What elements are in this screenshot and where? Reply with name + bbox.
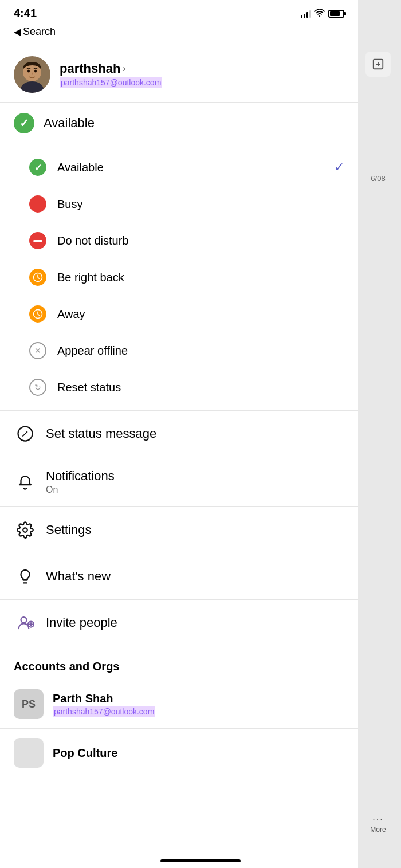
reset-refresh-icon: ↻: [34, 383, 41, 392]
brb-icon-wrap: [27, 267, 48, 288]
status-option-reset[interactable]: ↻ Reset status: [0, 369, 358, 406]
svg-point-5: [27, 70, 30, 73]
status-options-list: ✓ Available ✓ Busy Do not disturb: [0, 144, 358, 411]
settings-label: Settings: [46, 523, 344, 537]
svg-point-1: [319, 15, 320, 17]
signal-bar-4: [309, 10, 311, 18]
available-icon-wrap: ✓: [27, 157, 48, 178]
org-avatar: [14, 738, 44, 768]
selected-check-icon: ✓: [334, 160, 344, 175]
status-bar: 4:41: [0, 0, 358, 22]
whats-new-item[interactable]: What's new: [0, 553, 358, 600]
notifications-item[interactable]: Notifications On: [0, 457, 358, 507]
pencil-circle-icon: [17, 425, 34, 442]
svg-point-10: [23, 528, 27, 532]
bell-icon: [17, 473, 34, 490]
org-item[interactable]: Pop Culture: [0, 729, 358, 777]
account-email: parthshah157@outlook.com: [53, 706, 155, 717]
back-arrow-icon: ◀: [14, 26, 21, 37]
person-add-icon: [17, 614, 34, 631]
more-section: ··· More: [370, 814, 386, 834]
wifi-icon: [314, 9, 325, 18]
profile-info: parthshah › parthshah157@outlook.com: [60, 61, 344, 88]
notifications-sublabel: On: [46, 485, 344, 495]
current-status-row[interactable]: ✓ Available: [0, 103, 358, 144]
away-dot: [29, 305, 46, 323]
status-icons: [301, 9, 344, 18]
reset-icon-wrap: ↻: [27, 377, 48, 398]
settings-text: Settings: [46, 523, 344, 537]
profile-chevron-icon: ›: [123, 64, 125, 74]
available-dot: ✓: [29, 159, 46, 176]
available-label: Available: [57, 161, 334, 174]
back-navigation[interactable]: ◀ Search: [0, 22, 358, 45]
signal-bar-1: [301, 15, 302, 18]
reset-label: Reset status: [57, 381, 344, 394]
set-status-message-item[interactable]: Set status message: [0, 411, 358, 457]
avatar-image: [14, 56, 50, 93]
svg-point-11: [21, 617, 27, 623]
status-option-away[interactable]: Away: [0, 296, 358, 332]
dnd-label: Do not disturb: [57, 234, 344, 248]
offline-dot: ✕: [29, 342, 46, 359]
dnd-icon-wrap: [27, 230, 48, 251]
check-icon: ✓: [19, 116, 29, 130]
back-label: Search: [23, 26, 56, 38]
current-status-dot: ✓: [14, 113, 34, 133]
battery-fill: [330, 11, 340, 16]
whats-new-icon-wrap: [14, 565, 37, 588]
busy-icon-wrap: [27, 194, 48, 214]
notifications-text: Notifications On: [46, 469, 344, 495]
org-name: Pop Culture: [53, 747, 117, 760]
lightbulb-icon: [17, 568, 34, 585]
settings-item[interactable]: Settings: [0, 507, 358, 553]
status-message-label: Set status message: [46, 426, 344, 441]
whats-new-label: What's new: [46, 569, 344, 584]
date-label: 6/08: [371, 174, 385, 183]
brb-dot: [29, 269, 46, 286]
compose-button[interactable]: [365, 52, 391, 77]
profile-email: parthshah157@outlook.com: [60, 77, 162, 88]
status-message-text: Set status message: [46, 426, 344, 441]
signal-icon: [301, 10, 311, 18]
battery-icon: [328, 10, 344, 18]
more-label: More: [370, 826, 386, 834]
notifications-label: Notifications: [46, 469, 344, 484]
invite-people-item[interactable]: Invite people: [0, 600, 358, 646]
offline-x-icon: ✕: [34, 347, 41, 355]
dnd-dot: [29, 232, 46, 249]
status-option-offline[interactable]: ✕ Appear offline: [0, 332, 358, 369]
status-option-dnd[interactable]: Do not disturb: [0, 222, 358, 259]
status-option-busy[interactable]: Busy: [0, 186, 358, 222]
status-option-brb[interactable]: Be right back: [0, 259, 358, 296]
gear-icon: [17, 521, 34, 539]
whats-new-text: What's new: [46, 569, 344, 584]
accounts-title: Accounts and Orgs: [14, 660, 119, 673]
offline-icon-wrap: ✕: [27, 340, 48, 361]
main-panel: 4:41 ◀ Search: [0, 0, 358, 868]
profile-section[interactable]: parthshah › parthshah157@outlook.com: [0, 45, 358, 103]
profile-name-row: parthshah ›: [60, 61, 344, 76]
status-message-icon-wrap: [14, 422, 37, 445]
svg-point-6: [34, 70, 37, 73]
account-item-parth[interactable]: PS Parth Shah parthshah157@outlook.com: [0, 680, 358, 729]
away-label: Away: [57, 308, 344, 321]
dnd-minus-icon: [33, 240, 42, 242]
more-dots-icon: ···: [372, 814, 383, 824]
current-status-label: Available: [44, 116, 95, 131]
busy-dot: [29, 195, 46, 213]
busy-label: Busy: [57, 198, 344, 211]
account-avatar: PS: [14, 689, 44, 719]
time-display: 4:41: [14, 7, 37, 20]
away-icon-wrap: [27, 304, 48, 324]
available-check-icon: ✓: [34, 162, 42, 173]
offline-label: Appear offline: [57, 344, 344, 358]
account-info: Parth Shah parthshah157@outlook.com: [53, 692, 344, 717]
account-name: Parth Shah: [53, 692, 344, 705]
brb-label: Be right back: [57, 271, 344, 284]
home-indicator: [160, 859, 241, 862]
reset-dot: ↻: [29, 379, 46, 396]
away-clock-icon: [33, 309, 43, 319]
right-panel: 6/08 ··· More: [355, 0, 401, 868]
status-option-available[interactable]: ✓ Available ✓: [0, 149, 358, 186]
